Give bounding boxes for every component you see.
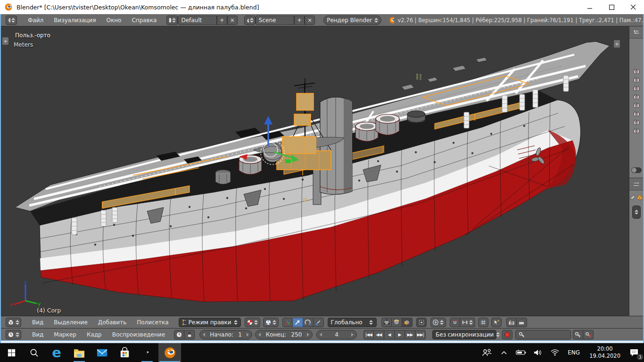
screen-layout-icon-button[interactable] — [166, 16, 178, 25]
start-button[interactable] — [0, 343, 23, 362]
pin-icon[interactable] — [629, 194, 636, 201]
menu-add[interactable]: Добавить — [93, 319, 132, 326]
volume-tray-button[interactable] — [531, 343, 545, 362]
restrict-render-icon[interactable] — [633, 119, 640, 125]
restrict-render-icon[interactable] — [633, 102, 640, 108]
current-frame-field[interactable]: 4 — [316, 330, 357, 339]
layout-add-button[interactable]: + — [217, 16, 227, 25]
lock-range-button[interactable] — [184, 330, 195, 339]
pivot-point-button[interactable] — [263, 318, 279, 327]
viewport-shading-button[interactable] — [245, 318, 260, 327]
language-indicator[interactable]: ENG — [565, 349, 583, 356]
taskbar-explorer-button[interactable] — [68, 343, 91, 362]
restrict-render-icon[interactable] — [633, 127, 640, 134]
editor-type-button-timeline[interactable] — [6, 330, 21, 339]
taskbar-search-button[interactable] — [23, 343, 45, 362]
menu-file[interactable]: Файл — [23, 17, 49, 24]
sync-mode-select[interactable]: Без синхронизации — [432, 330, 496, 339]
outliner-header[interactable] — [629, 26, 643, 39]
taskbar-groove-button[interactable] — [136, 343, 158, 362]
close-button[interactable] — [622, 0, 644, 14]
decrement-arrow[interactable] — [203, 333, 205, 337]
network-tray-button[interactable] — [548, 343, 562, 362]
properties-header[interactable] — [629, 178, 643, 190]
autokey-record-button[interactable] — [502, 330, 512, 339]
viewport-canvas[interactable] — [1, 26, 629, 316]
manipulator-toggle-button[interactable] — [282, 318, 293, 327]
battery-tray-button[interactable] — [514, 343, 528, 362]
scene-field[interactable]: Scene — [256, 16, 294, 25]
snap-align-button[interactable] — [491, 318, 502, 327]
translate-manipulator-button[interactable] — [293, 318, 303, 327]
decrement-arrow[interactable] — [320, 333, 322, 337]
increment-arrow[interactable] — [307, 333, 309, 337]
increment-arrow[interactable] — [247, 333, 249, 337]
play-reverse-button[interactable]: ◀ — [384, 330, 395, 339]
scene-add-button[interactable]: + — [294, 16, 305, 25]
minimize-button[interactable] — [579, 0, 601, 14]
render-engine-select[interactable]: Рендер Blender — [323, 16, 381, 25]
restrict-render-icon[interactable] — [633, 68, 640, 74]
taskbar-store-button[interactable] — [113, 343, 136, 362]
increment-arrow[interactable] — [351, 333, 354, 337]
snap-toggle-button[interactable] — [450, 318, 460, 327]
restrict-render-icon[interactable] — [633, 110, 640, 117]
rotate-manipulator-button[interactable] — [303, 318, 314, 327]
delete-keyframe-button[interactable] — [583, 330, 594, 339]
maximize-button[interactable] — [601, 0, 622, 14]
scene-icon-button[interactable] — [244, 16, 256, 25]
limit-selection-button[interactable] — [416, 318, 427, 327]
object-context-icon[interactable] — [636, 194, 643, 201]
menu-select[interactable]: Выделение — [49, 319, 92, 326]
taskbar-clock[interactable]: 20:00 19.04.2020 — [586, 346, 624, 360]
opengl-animation-button[interactable] — [517, 318, 527, 327]
face-select-button[interactable] — [402, 318, 413, 327]
menu-render[interactable]: Визуализация — [49, 17, 101, 24]
restrict-render-icon[interactable] — [633, 76, 640, 83]
action-center-button[interactable]: 3 — [627, 343, 641, 362]
frame-start-field[interactable]: Начало: 1 — [199, 330, 252, 339]
restrict-render-icon[interactable] — [633, 93, 640, 100]
opengl-render-button[interactable] — [506, 318, 517, 327]
menu-playback[interactable]: Воспроизведение — [107, 331, 170, 338]
next-keyframe-button[interactable]: ▶▶ — [405, 330, 415, 339]
mode-select[interactable]: Режим правки — [179, 318, 241, 327]
layout-delete-button[interactable]: × — [227, 16, 238, 25]
keying-set-field[interactable] — [515, 330, 571, 339]
editor-type-button-3dview[interactable] — [6, 318, 21, 327]
editor-type-button-info[interactable] — [6, 16, 17, 25]
proportional-edit-button[interactable] — [430, 318, 446, 327]
decrement-arrow[interactable] — [258, 333, 261, 337]
taskbar-edge-button[interactable]: e — [45, 343, 68, 362]
outliner-toggle[interactable] — [631, 167, 642, 173]
screen-layout-field[interactable]: Default — [178, 16, 216, 25]
snap-target-button[interactable] — [478, 318, 488, 327]
vertex-select-button[interactable] — [381, 318, 392, 327]
menu-window[interactable]: Окно — [101, 17, 127, 24]
prev-keyframe-button[interactable]: ◀◀ — [374, 330, 384, 339]
edge-select-button[interactable] — [392, 318, 402, 327]
jump-to-end-button[interactable]: ▶▶| — [415, 330, 426, 339]
toolshelf-expand-tab[interactable]: + — [2, 37, 9, 45]
ship-model[interactable] — [15, 41, 610, 302]
restrict-render-icon[interactable] — [633, 85, 640, 91]
taskbar-blender-button[interactable] — [158, 343, 181, 362]
taskbar-mail-button[interactable] — [91, 343, 113, 362]
people-tray-button[interactable] — [480, 343, 494, 362]
preview-range-button[interactable] — [174, 330, 184, 339]
tray-expand-button[interactable] — [497, 343, 511, 362]
menu-view[interactable]: Вид — [27, 319, 49, 326]
scene-delete-button[interactable]: × — [305, 16, 315, 25]
play-button[interactable]: ▶ — [395, 330, 405, 339]
jump-to-start-button[interactable]: |◀◀ — [363, 330, 374, 339]
scale-manipulator-button[interactable] — [314, 318, 324, 327]
menu-mesh[interactable]: Полисетка — [132, 319, 173, 326]
snap-element-button[interactable] — [460, 318, 475, 327]
menu-frame[interactable]: Кадр — [82, 331, 107, 338]
3d-viewport[interactable]: Польз.-орто Meters + + z x y (4) Corp — [1, 26, 629, 316]
orientation-select[interactable]: Глобально — [328, 318, 377, 327]
menu-marker[interactable]: Маркер — [49, 331, 82, 338]
menu-tl-view[interactable]: Вид — [27, 331, 49, 338]
properties-expand-tab[interactable]: + — [613, 40, 620, 48]
properties-stepper[interactable] — [632, 206, 641, 219]
